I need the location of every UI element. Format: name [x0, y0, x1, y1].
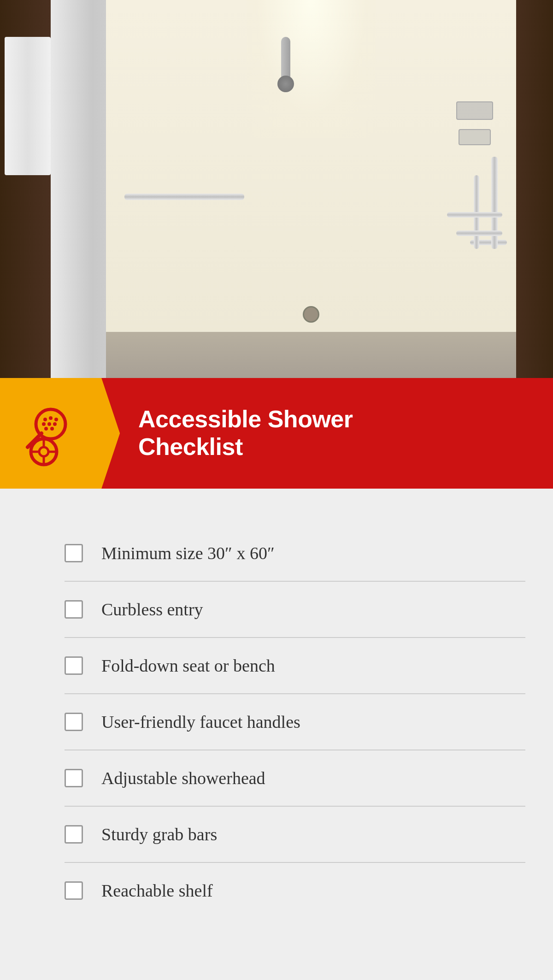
ceiling-light [247, 0, 376, 138]
checkbox-item-curbless[interactable] [65, 600, 83, 619]
label-item-showerhead: Adjustable showerhead [101, 768, 265, 788]
svg-point-8 [50, 427, 54, 431]
svg-point-11 [39, 447, 48, 456]
svg-point-6 [53, 422, 57, 426]
svg-point-3 [54, 418, 58, 421]
shower-drain [303, 306, 319, 323]
checkbox-item-seat[interactable] [65, 656, 83, 675]
checklist-section: Minimum size 30″ x 60″Curbless entryFold… [0, 489, 553, 980]
checkbox-item-grab[interactable] [65, 825, 83, 844]
checkbox-item-showerhead[interactable] [65, 769, 83, 787]
shower-icon [16, 399, 85, 468]
grab-bar-l1 [447, 212, 502, 218]
checklist-item: User-friendly faucet handles [65, 694, 525, 750]
checklist-item: Curbless entry [65, 582, 525, 638]
label-item-seat: Fold-down seat or bench [101, 655, 275, 676]
checkbox-item-faucet[interactable] [65, 713, 83, 731]
label-item-size: Minimum size 30″ x 60″ [101, 543, 275, 563]
label-item-curbless: Curbless entry [101, 599, 203, 620]
svg-point-2 [49, 416, 53, 420]
shower-basket-2 [459, 129, 491, 145]
checklist-item: Sturdy grab bars [65, 807, 525, 863]
banner-yellow-section [0, 378, 101, 489]
towel [5, 37, 51, 175]
svg-point-5 [47, 422, 51, 426]
shower-basket [456, 101, 493, 120]
checklist-item: Fold-down seat or bench [65, 638, 525, 694]
label-item-shelf: Reachable shelf [101, 880, 213, 901]
checkbox-item-shelf[interactable] [65, 881, 83, 900]
grab-bar-l2 [456, 230, 502, 236]
label-item-faucet: User-friendly faucet handles [101, 712, 300, 732]
banner-title-line2: Checklist [138, 433, 243, 460]
checklist-item: Minimum size 30″ x 60″ [65, 525, 525, 582]
svg-point-1 [43, 418, 47, 421]
label-item-grab: Sturdy grab bars [101, 824, 217, 844]
showerhead-fixture [281, 37, 290, 92]
shower-stall [106, 0, 516, 378]
checklist-item: Adjustable showerhead [65, 750, 525, 807]
banner-title: Accessible Shower Checklist [138, 406, 353, 461]
banner-title-line1: Accessible Shower [138, 406, 353, 432]
svg-point-7 [44, 427, 48, 431]
checklist-list: Minimum size 30″ x 60″Curbless entryFold… [65, 525, 525, 918]
banner-red-section: Accessible Shower Checklist [101, 378, 553, 489]
header-banner: Accessible Shower Checklist [0, 378, 553, 489]
checkbox-item-size[interactable] [65, 544, 83, 562]
checklist-item: Reachable shelf [65, 863, 525, 918]
svg-point-4 [42, 422, 46, 426]
shower-floor [106, 332, 516, 378]
hero-image [0, 0, 553, 378]
grab-bar-horizontal-1 [124, 194, 244, 200]
